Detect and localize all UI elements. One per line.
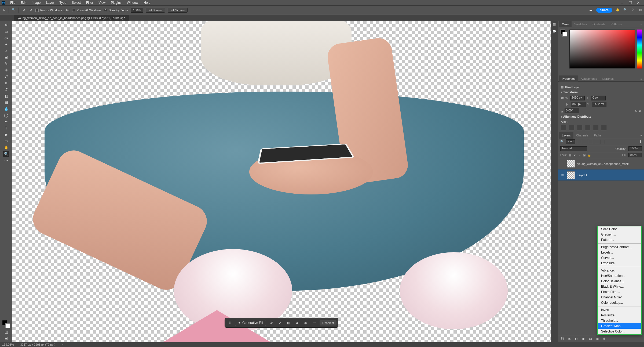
edit-toolbar[interactable]: ⋯: [3, 157, 9, 163]
layer-filter-kind[interactable]: Kind: [566, 139, 575, 144]
panel-color-wells[interactable]: [560, 30, 567, 37]
blur-tool[interactable]: 💧: [3, 106, 9, 112]
fill-field[interactable]: 100%: [628, 153, 642, 157]
window-close[interactable]: ✕: [634, 1, 642, 5]
popup-brightness-contrast[interactable]: Brightness/Contrast...: [598, 244, 641, 250]
tab-color[interactable]: Color: [559, 21, 572, 27]
fit-screen-button[interactable]: Fit Screen: [146, 8, 165, 13]
link-layers-icon[interactable]: ⛓: [560, 337, 565, 341]
window-maximize[interactable]: ☐: [626, 1, 634, 5]
color-field[interactable]: [569, 30, 635, 68]
eyedropper-tool[interactable]: ✎: [3, 61, 9, 67]
zoom-tool[interactable]: 🔍: [3, 151, 9, 157]
tab-gradients[interactable]: Gradients: [590, 21, 608, 27]
popup-levels[interactable]: Levels...: [598, 250, 641, 255]
menu-window[interactable]: Window: [124, 1, 141, 5]
popup-selective-color[interactable]: Selective Color...: [598, 329, 641, 334]
popup-channel-mixer[interactable]: Channel Mixer...: [598, 295, 641, 300]
popup-color-lookup[interactable]: Color Lookup...: [598, 300, 641, 305]
move-tool[interactable]: ✥: [3, 22, 9, 28]
color-wells[interactable]: [2, 320, 10, 328]
generative-fill-button[interactable]: ✦Generative Fill: [235, 320, 266, 326]
properties-panel-menu[interactable]: ≡: [639, 77, 644, 80]
hand-tool[interactable]: ✋: [3, 144, 9, 150]
tab-patterns[interactable]: Patterns: [608, 21, 624, 27]
ctx-mask-icon[interactable]: ◐: [302, 320, 309, 326]
flip-v-icon[interactable]: ⇵: [639, 109, 641, 113]
brush-tool[interactable]: 🖌: [3, 74, 9, 79]
align-top[interactable]: [585, 125, 590, 130]
width-field[interactable]: 2460 px: [570, 96, 585, 100]
tab-paths[interactable]: Paths: [591, 132, 604, 139]
popup-hue-saturation[interactable]: Hue/Saturation...: [598, 273, 641, 279]
angle-field[interactable]: 0,00°: [565, 109, 579, 113]
history-brush-tool[interactable]: ↺: [3, 86, 9, 92]
hue-slider[interactable]: [637, 30, 642, 68]
canvas[interactable]: [12, 21, 551, 342]
collapsed-panel-icon-1[interactable]: ◫: [553, 23, 556, 26]
menu-type[interactable]: Type: [57, 1, 69, 5]
resize-windows-checkbox[interactable]: Resize Windows to Fit: [35, 9, 69, 12]
new-group-icon[interactable]: 🗀: [588, 337, 592, 341]
popup-threshold[interactable]: Threshold...: [598, 318, 641, 323]
zoom-percent-field[interactable]: 100%: [131, 8, 143, 13]
home-icon[interactable]: ⌂: [2, 8, 6, 12]
popup-solid-color[interactable]: Solid Color...: [598, 226, 641, 232]
layer-fx-icon[interactable]: fx: [567, 337, 572, 341]
eraser-tool[interactable]: ◧: [3, 93, 9, 99]
layers-panel-menu[interactable]: ≡: [639, 134, 644, 137]
align-bottom[interactable]: [601, 125, 606, 130]
height-field[interactable]: 866 px: [571, 102, 586, 107]
marquee-tool[interactable]: ▭: [3, 28, 9, 34]
scrubby-zoom-checkbox[interactable]: Scrubby Zoom: [104, 9, 128, 12]
zoom-in-icon[interactable]: ⊕: [21, 8, 26, 12]
new-adjustment-layer-icon[interactable]: ◑: [581, 337, 586, 341]
deselect-button[interactable]: Deselect: [320, 320, 336, 326]
popup-vibrance[interactable]: Vibrance...: [598, 268, 641, 273]
path-select-tool[interactable]: ▶: [3, 132, 9, 138]
healing-tool[interactable]: ✚: [3, 67, 9, 73]
workspace-icon[interactable]: ▥: [638, 8, 642, 12]
lock-nest-icon[interactable]: ▣: [583, 154, 586, 157]
screenmode-toggle[interactable]: ▣: [3, 335, 9, 341]
popup-curves[interactable]: Curves...: [598, 255, 641, 261]
gradient-tool[interactable]: ▤: [3, 99, 9, 105]
window-minimize[interactable]: –: [618, 1, 626, 5]
ctx-handle-icon[interactable]: ⠿: [226, 320, 233, 326]
crop-tool[interactable]: ⟐: [3, 48, 9, 54]
tab-channels[interactable]: Channels: [573, 132, 591, 139]
zoom-all-checkbox[interactable]: Zoom All Windows: [72, 9, 101, 12]
tab-libraries[interactable]: Libraries: [600, 75, 616, 82]
align-header[interactable]: Align and Distribute: [561, 115, 641, 118]
canvas-area[interactable]: ⠿ ✦Generative Fill 🖌 ⤢ ◧ ◆ ◐ ⋯ Deselect: [12, 21, 551, 342]
popup-gradient[interactable]: Gradient...: [598, 232, 641, 237]
status-docinfo[interactable]: 3267 px x 2905 px (72 ppi): [20, 343, 55, 346]
tab-adjustments[interactable]: Adjustments: [578, 75, 600, 82]
collapsed-panel-icon-2[interactable]: 💬: [552, 30, 556, 33]
notifications-icon[interactable]: 🔔: [616, 8, 620, 12]
lock-all-icon[interactable]: 🔒: [588, 154, 591, 157]
ctx-expand-icon[interactable]: ⤢: [277, 320, 283, 326]
align-right[interactable]: [577, 125, 582, 130]
layer-row-layer1[interactable]: 👁 Layer 1: [558, 169, 644, 181]
fill-screen-button[interactable]: Fill Screen: [168, 8, 188, 13]
popup-photo-filter[interactable]: Photo Filter...: [598, 289, 641, 295]
menu-select[interactable]: Select: [69, 1, 83, 5]
flip-h-icon[interactable]: ⇋: [635, 109, 637, 113]
filter-adjust-icon[interactable]: [583, 140, 587, 144]
ctx-invert-icon[interactable]: ◧: [285, 320, 292, 326]
popup-invert[interactable]: Invert: [598, 307, 641, 313]
menu-filter[interactable]: Filter: [83, 1, 96, 5]
pen-tool[interactable]: ✒: [3, 119, 9, 125]
status-zoom[interactable]: 119.08%: [2, 343, 14, 346]
search-icon[interactable]: 🔍: [623, 8, 627, 12]
shape-tool[interactable]: ▭: [3, 138, 9, 144]
ctx-brush-icon[interactable]: 🖌: [268, 320, 275, 326]
align-left[interactable]: [561, 125, 566, 130]
frame-tool[interactable]: ▣: [3, 54, 9, 60]
ctx-fill-icon[interactable]: ◆: [294, 320, 300, 326]
blend-mode-select[interactable]: Normal: [560, 146, 587, 151]
link-wh-icon[interactable]: ⛓: [561, 96, 564, 100]
status-arrow[interactable]: >: [62, 343, 63, 346]
document-tab[interactable]: young_woman_sitting_on_floor_in_headphon…: [14, 15, 129, 21]
